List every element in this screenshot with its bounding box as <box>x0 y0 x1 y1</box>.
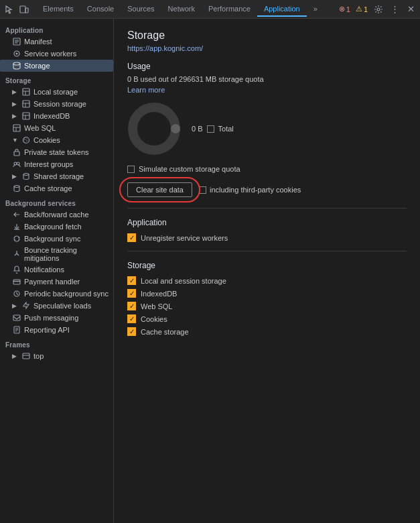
cache-storage-icon <box>12 184 21 193</box>
speculative-loads-icon <box>21 301 31 310</box>
third-party-checkbox[interactable] <box>199 186 206 194</box>
check-row-service-workers: ✓ Unregister service workers <box>127 231 407 244</box>
sidebar-item-manifest[interactable]: Manifest <box>0 36 113 48</box>
sidebar-item-notifications[interactable]: Notifications <box>0 264 113 276</box>
top-frame-icon <box>21 351 31 361</box>
sidebar-item-private-state[interactable]: Private state tokens <box>0 146 113 158</box>
expand-arrow-top: ▶ <box>12 353 19 359</box>
tab-performance[interactable]: Performance <box>202 2 257 17</box>
sidebar-item-reporting-api[interactable]: Reporting API <box>0 324 113 336</box>
donut-total-checkbox[interactable] <box>207 125 214 133</box>
toolbar-icon-group <box>4 4 29 15</box>
device-icon[interactable] <box>19 4 29 15</box>
toolbar-right: ⊗ 1 ⚠ 1 ⋮ ✕ <box>339 4 416 15</box>
sidebar-item-indexeddb[interactable]: ▶ IndexedDB <box>0 110 113 122</box>
storage-donut-chart <box>127 102 181 156</box>
close-icon[interactable]: ✕ <box>405 4 416 15</box>
sidebar-item-cookies[interactable]: ▼ Cookies <box>0 134 113 146</box>
warn-icon: ⚠ <box>356 5 362 13</box>
error-icon: ⊗ <box>339 5 345 13</box>
sidebar-item-speculative-loads[interactable]: ▶ Speculative loads <box>0 300 113 312</box>
web-sql-check-label: Web SQL <box>141 302 173 310</box>
expand-arrow-cookies: ▼ <box>12 137 19 143</box>
sidebar-item-local-storage[interactable]: ▶ Local storage <box>0 86 113 98</box>
sidebar-item-service-workers[interactable]: Service workers <box>0 48 113 60</box>
tab-sources[interactable]: Sources <box>121 2 161 17</box>
sidebar-item-interest-groups[interactable]: Interest groups <box>0 158 113 170</box>
sidebar-item-top-frame[interactable]: ▶ top <box>0 350 113 362</box>
periodic-bg-sync-icon <box>12 289 21 298</box>
bounce-tracking-label: Bounce tracking mitigations <box>24 246 109 262</box>
checkbox-cookies-storage[interactable]: ✓ <box>127 314 136 323</box>
storage-main-icon <box>12 61 21 70</box>
check-row-local-session: ✓ Local and session storage <box>127 274 407 287</box>
web-sql-label: Web SQL <box>24 124 56 132</box>
checkbox-service-workers[interactable]: ✓ <box>127 233 136 242</box>
devtools-toolbar: Elements Console Sources Network Perform… <box>0 0 420 19</box>
cookies-label: Cookies <box>33 136 60 144</box>
manifest-label: Manifest <box>24 38 52 46</box>
sidebar-item-bounce-tracking[interactable]: Bounce tracking mitigations <box>0 245 113 264</box>
tab-application[interactable]: Application <box>257 2 307 17</box>
svg-point-29 <box>23 174 29 176</box>
sidebar-section-application: Application <box>0 21 113 36</box>
sidebar-section-storage: Storage <box>0 72 113 86</box>
clear-btn-row: Clear site data including third-party co… <box>127 182 407 197</box>
local-session-check-label: Local and session storage <box>141 277 226 285</box>
sidebar-item-storage[interactable]: Storage <box>0 60 113 72</box>
svg-rect-16 <box>23 113 29 119</box>
payment-handler-icon <box>12 277 21 286</box>
settings-icon[interactable] <box>373 4 384 15</box>
session-storage-icon <box>21 99 31 109</box>
checkbox-cache-storage[interactable]: ✓ <box>127 327 136 336</box>
private-state-label: Private state tokens <box>24 148 89 156</box>
svg-rect-1 <box>25 8 28 13</box>
sidebar-item-bg-fetch[interactable]: Background fetch <box>0 221 113 233</box>
indexeddb-label: IndexedDB <box>33 112 70 120</box>
svg-point-8 <box>16 53 18 55</box>
learn-more-link[interactable]: Learn more <box>127 86 165 94</box>
expand-arrow-session-storage: ▶ <box>12 101 19 107</box>
sidebar-item-push-messaging[interactable]: Push messaging <box>0 312 113 324</box>
sidebar-item-web-sql[interactable]: Web SQL <box>0 122 113 134</box>
cookies-icon <box>21 135 31 145</box>
sidebar-item-periodic-bg-sync[interactable]: Periodic background sync <box>0 288 113 300</box>
shared-storage-icon <box>21 172 31 181</box>
simulate-checkbox[interactable] <box>127 166 135 173</box>
sidebar-item-session-storage[interactable]: ▶ Session storage <box>0 98 113 110</box>
tab-network[interactable]: Network <box>161 2 202 17</box>
warn-count: 1 <box>364 5 368 13</box>
svg-rect-32 <box>13 280 20 284</box>
bg-sync-icon <box>12 234 21 243</box>
check-row-indexeddb-storage: ✓ IndexedDB <box>127 287 407 300</box>
svg-rect-19 <box>13 125 20 131</box>
more-icon[interactable]: ⋮ <box>389 4 400 15</box>
checkbox-web-sql-storage[interactable]: ✓ <box>127 302 136 310</box>
tab-elements[interactable]: Elements <box>36 2 80 17</box>
svg-point-9 <box>13 62 20 65</box>
sidebar-item-bg-sync[interactable]: Background sync <box>0 233 113 245</box>
session-storage-label: Session storage <box>33 100 86 108</box>
expand-arrow-speculative: ▶ <box>12 302 19 309</box>
notifications-icon <box>12 265 21 274</box>
content-url[interactable]: https://app.kognic.com/ <box>127 44 407 52</box>
cursor-icon[interactable] <box>4 4 15 15</box>
warn-badge[interactable]: ⚠ 1 <box>356 5 368 13</box>
svg-rect-0 <box>20 6 25 13</box>
shared-storage-label: Shared storage <box>33 172 84 180</box>
checkbox-local-session[interactable]: ✓ <box>127 276 136 285</box>
main-area: Application Manifest Service workers Sto… <box>0 19 420 523</box>
sidebar-item-shared-storage[interactable]: ▶ Shared storage <box>0 170 113 182</box>
divider-1 <box>127 208 407 209</box>
simulate-label: Simulate custom storage quota <box>139 165 240 173</box>
tab-more[interactable]: » <box>307 2 324 17</box>
sidebar-item-payment-handler[interactable]: Payment handler <box>0 276 113 288</box>
error-badge[interactable]: ⊗ 1 <box>339 5 350 13</box>
clear-site-button[interactable]: Clear site data <box>127 182 192 197</box>
manifest-icon <box>12 37 21 46</box>
sidebar-item-cache-storage[interactable]: Cache storage <box>0 182 113 194</box>
svg-rect-40 <box>23 353 29 359</box>
sidebar-item-back-forward[interactable]: Back/forward cache <box>0 209 113 221</box>
tab-console[interactable]: Console <box>80 2 121 17</box>
checkbox-indexeddb-storage[interactable]: ✓ <box>127 289 136 298</box>
